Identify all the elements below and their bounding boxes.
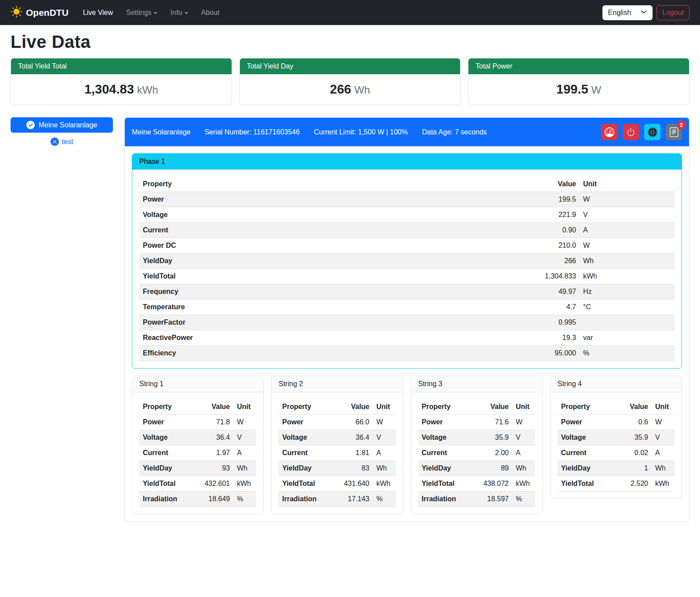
column-property: Property [418,399,474,415]
event-count-badge: 2 [677,120,686,130]
column-unit: Unit [652,399,675,415]
unit-cell: kWh [233,476,256,492]
column-unit: Unit [233,399,256,415]
table-row: Voltage35.9V [418,430,535,445]
card-body: 266Wh [240,74,461,105]
column-property: Property [139,177,527,192]
page: Live Data Total Yield Total 1,304.83kWh … [0,32,700,527]
cpu-icon [648,127,657,137]
logout-button[interactable]: Logout [656,5,689,20]
table-row: Irradiation18.597% [418,492,535,507]
limit-settings-button[interactable] [601,124,617,140]
property-cell: Power [139,415,195,430]
power-button[interactable] [623,124,639,140]
unit-cell: V [652,430,675,445]
content-row: Meine Solaranlage test Meine Solaranlage… [11,117,689,527]
value-cell: 18.649 [195,492,233,507]
brand[interactable]: OpenDTU [11,6,69,20]
event-log-button[interactable]: 2 [666,124,682,140]
property-cell: Voltage [558,430,613,445]
string-2-table: Property Value Unit Power66.0WVoltage36.… [279,399,395,507]
inverter-selected-button[interactable]: Meine Solaranlage [11,117,113,133]
inverter-other-button[interactable]: test [48,137,76,147]
card-unit: kWh [137,84,158,96]
value-cell: 19.3 [527,330,580,346]
value-cell: 0.90 [527,223,580,238]
table-row: YieldTotal431.640kWh [279,476,395,492]
property-cell: Voltage [139,430,195,445]
string-title: String 3 [411,376,542,392]
property-cell: YieldDay [418,461,474,476]
table-row: YieldTotal2.520kWh [558,476,675,492]
table-row: Voltage221.9V [139,207,675,223]
unit-cell: V [373,430,396,445]
value-cell: 35.9 [613,430,652,445]
unit-cell: A [373,445,396,461]
inverter-other-label: test [62,138,73,146]
table-row: YieldDay93Wh [139,461,256,476]
property-cell: Current [279,445,334,461]
phase-title: Phase 1 [132,154,682,170]
property-cell: YieldTotal [139,476,195,492]
unit-cell: Hz [580,284,675,300]
card-unit: Wh [354,84,370,96]
inverter-actions: 2 [601,124,682,140]
device-info-button[interactable] [644,124,660,140]
value-cell: 18.597 [474,492,512,507]
total-yield-day-card: Total Yield Day 266Wh [239,58,461,105]
inverter-data-age: Data Age: 7 seconds [422,128,487,136]
table-header-row: Property Value Unit [418,399,535,415]
property-cell: Power DC [139,238,527,253]
table-row: Efficiency95.000% [139,346,675,361]
table-row: Voltage36.4V [279,430,395,445]
unit-cell: W [373,415,396,430]
value-cell: 89 [474,461,512,476]
value-cell: 431.640 [334,476,373,492]
column-property: Property [139,399,195,415]
unit-cell: A [580,223,675,238]
unit-cell [580,315,675,330]
table-row: Voltage35.9V [558,430,675,445]
value-cell: 199.5 [527,192,580,207]
language-select[interactable]: English [602,5,653,20]
value-cell: 1.81 [334,445,373,461]
table-row: Current1.81A [279,445,395,461]
property-cell: Power [558,415,613,430]
table-header-row: Property Value Unit [558,399,675,415]
unit-cell: W [580,192,675,207]
value-cell: 71.6 [474,415,512,430]
property-cell: Frequency [139,284,527,300]
unit-cell: V [512,430,535,445]
property-cell: YieldTotal [279,476,334,492]
table-row: Power199.5W [139,192,675,207]
property-cell: YieldDay [139,253,527,269]
nav-links: Live View Settings Info About [76,5,226,20]
sun-icon [11,6,22,20]
unit-cell: Wh [580,253,675,269]
top-navbar: OpenDTU Live View Settings Info About En… [0,0,700,25]
string-1-card: String 1 Property Value Unit [132,376,264,514]
unit-cell: Wh [512,461,535,476]
nav-item-settings[interactable]: Settings [120,5,164,20]
property-cell: YieldTotal [558,476,613,492]
column-value: Value [334,399,373,415]
table-header-row: Property Value Unit [139,399,256,415]
unit-cell: kWh [652,476,675,492]
nav-item-live-view[interactable]: Live View [76,5,120,20]
nav-item-about[interactable]: About [195,5,226,20]
property-cell: Efficiency [139,346,527,361]
unit-cell: % [373,492,396,507]
unit-cell: Wh [233,461,256,476]
total-power-card: Total Power 199.5W [468,58,689,105]
speedometer-icon [605,127,614,137]
nav-item-info[interactable]: Info [164,5,195,20]
table-row: Current2.00A [418,445,535,461]
phase-panel: Phase 1 Property Value Unit Power199.5WV… [132,153,682,369]
inverter-sidebar: Meine Solaranlage test [11,117,113,148]
value-cell: 0.6 [613,415,652,430]
table-row: YieldDay83Wh [279,461,395,476]
column-unit: Unit [580,177,675,192]
property-cell: Current [418,445,474,461]
property-cell: YieldTotal [139,269,527,284]
table-row: YieldDay266Wh [139,253,675,269]
